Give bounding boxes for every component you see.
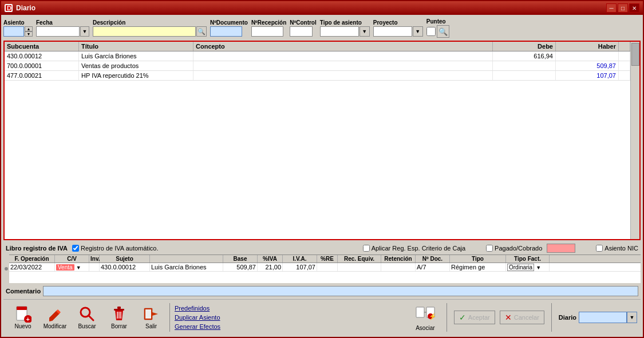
iva-col-pre: %RE [317, 255, 338, 263]
asiento-input[interactable]: 14 [3, 26, 24, 37]
journal-table-body: 430.0.00012 Luis García Briones 616,94 7… [5, 51, 630, 239]
separator-3 [551, 303, 552, 332]
iva-table-row: 22/03/2022 Venta ▼ 430.0.00012 Luis Garc… [9, 263, 641, 272]
modificar-icon [46, 305, 64, 323]
proyecto-input[interactable] [373, 26, 412, 37]
ndocumento-field: NºDocumento A/7 [210, 19, 248, 37]
fecha-dropdown[interactable]: ▼ [80, 26, 89, 37]
salir-icon [142, 305, 160, 323]
pagado-label: Pagado/Cobrado [495, 245, 542, 252]
automatico-checkbox-label[interactable]: Registro de IVA automático. [72, 245, 159, 252]
iva-row-ret [381, 263, 416, 271]
iva-col-tipo: Tipo [450, 255, 506, 263]
iva-col-rec: Rec. Equiv. [338, 255, 381, 263]
close-button[interactable]: ✕ [629, 3, 639, 13]
aceptar-button[interactable]: ✓ Aceptar [454, 311, 495, 324]
table-scrollbar[interactable] [630, 42, 639, 239]
asociar-label: Asociar [416, 325, 434, 331]
pagado-checkbox[interactable] [486, 245, 493, 252]
punteo-label: Punteo [426, 18, 449, 25]
asiento-wrap: 14 ▲ ▼ [3, 26, 33, 37]
check-icon: ✓ [459, 313, 466, 322]
iva-left-markers [3, 255, 9, 283]
diario-section: Diario Americano ▼ [559, 312, 637, 323]
window-title: Diario [16, 4, 35, 12]
iva-row-sujeto: 430.0.00012 [100, 263, 150, 271]
diario-dropdown[interactable]: ▼ [627, 312, 637, 323]
asiento-spinner: ▲ ▼ [25, 26, 33, 37]
row1-haber [556, 51, 619, 61]
borrar-button[interactable]: Borrar [103, 304, 135, 331]
pagado-checkbox-label[interactable]: Pagado/Cobrado [486, 245, 542, 252]
maximize-button[interactable]: □ [618, 3, 628, 13]
asociar-button[interactable]: ⚡ Asociar [411, 304, 440, 331]
iva-row-iva: 107,07 [283, 263, 317, 271]
generar-link[interactable]: Generar Efectos [175, 323, 220, 330]
fecha-input[interactable]: 22/03/2022 [36, 26, 80, 37]
automatico-checkbox[interactable] [72, 245, 79, 252]
criterio-checkbox[interactable] [363, 245, 370, 252]
row3-titulo: HP IVA repercutido 21% [79, 71, 193, 80]
proyecto-label: Proyecto [373, 19, 423, 26]
descripcion-search-icon[interactable]: 🔍 [196, 26, 207, 37]
svg-text:+: + [26, 316, 30, 323]
bottom-toolbar: + Nuevo Modificar [3, 299, 641, 335]
criterio-checkbox-label[interactable]: Aplicar Reg. Esp. Criterio de Caja [363, 245, 465, 252]
modificar-label: Modificar [44, 323, 67, 329]
iva-col-inv: Inv. [89, 255, 100, 263]
duplicar-link[interactable]: Duplicar Asiento [175, 314, 220, 321]
svg-rect-3 [17, 307, 27, 310]
ncontrol-input[interactable]: 14 [290, 26, 313, 37]
svg-text:D: D [7, 5, 11, 11]
nuevo-icon: + [14, 305, 32, 323]
punteo-checkbox[interactable] [426, 27, 436, 36]
nic-checkbox[interactable] [596, 245, 603, 252]
predefinidos-link[interactable]: Predefinidos [175, 305, 220, 312]
pagado-date[interactable]: / / [547, 244, 575, 253]
fecha-field: Fecha 22/03/2022 ▼ [36, 19, 89, 37]
cv-dropdown[interactable]: ▼ [76, 265, 81, 271]
scroll-thumb[interactable] [631, 43, 639, 66]
modificar-button[interactable]: Modificar [39, 304, 71, 331]
iva-col-ndoc: Nº Doc. [416, 255, 450, 263]
tipo-asiento-input[interactable]: Ventas [320, 26, 359, 37]
proyecto-field: Proyecto ▼ [373, 19, 423, 37]
tipo-asiento-dropdown[interactable]: ▼ [359, 26, 370, 37]
tipo-asiento-label: Tipo de asiento [320, 19, 370, 26]
iva-section: Libro registro de IVA Registro de IVA au… [3, 242, 641, 283]
cancelar-button[interactable]: ✕ Cancelar [500, 311, 544, 324]
row3-subcuenta: 477.0.00021 [5, 71, 79, 80]
marker-dot [5, 267, 8, 271]
ndocumento-input[interactable]: A/7 [210, 26, 242, 37]
proyecto-dropdown[interactable]: ▼ [413, 26, 423, 37]
iva-row-pre [317, 263, 338, 271]
col-scroll-placeholder [619, 42, 630, 51]
descripcion-input[interactable]: N.FRA NºA/7 [93, 26, 196, 37]
row3-debe [493, 71, 556, 80]
salir-button[interactable]: Salir [135, 304, 167, 331]
asiento-up[interactable]: ▲ [25, 26, 33, 31]
duplicar-rest: uplicar Asiento [179, 314, 220, 321]
tipofact-dropdown[interactable]: ▼ [536, 265, 541, 271]
nic-checkbox-label[interactable]: Asiento NIC [596, 245, 638, 252]
ndocumento-label: NºDocumento [210, 19, 248, 26]
col-concepto: Concepto [193, 42, 493, 51]
tipo-asiento-field: Tipo de asiento Ventas ▼ [320, 19, 370, 37]
asiento-down[interactable]: ▼ [25, 31, 33, 37]
buscar-button[interactable]: Buscar [71, 304, 103, 331]
diario-input[interactable]: Americano [579, 312, 627, 323]
generar-rest: enerar Efectos [180, 323, 221, 330]
punteo-search-icon[interactable]: 🔍 [437, 25, 449, 38]
iva-col-sujeto-name [150, 255, 223, 263]
nrecepcion-field: NºRecepción [251, 19, 286, 37]
comment-input[interactable] [43, 286, 638, 296]
iva-col-base: Base [223, 255, 258, 263]
generar-g: G [175, 323, 180, 330]
svg-text:⚡: ⚡ [429, 312, 436, 320]
nuevo-button[interactable]: + Nuevo [7, 304, 39, 331]
nrecepcion-input[interactable] [251, 26, 283, 37]
row2-concepto [193, 61, 493, 70]
iva-row-fop: 22/03/2022 [9, 263, 55, 271]
header-form: Asiento 14 ▲ ▼ Fecha 22/03/2022 ▼ [3, 17, 641, 39]
minimize-button[interactable]: ─ [606, 3, 617, 13]
